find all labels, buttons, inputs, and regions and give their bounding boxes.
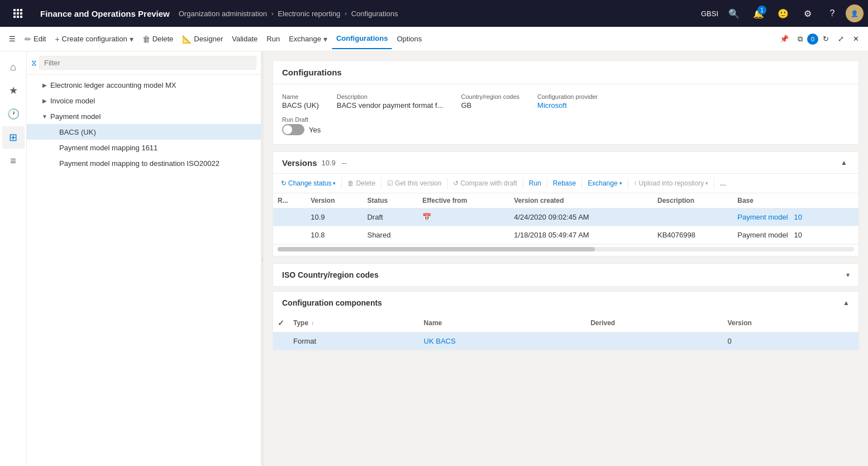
cell-r-108	[273, 226, 306, 244]
main-layout: ⌂ ★ 🕐 ⊞ ≡ ⧖ ▶ Electronic ledger accounti…	[0, 51, 868, 466]
sidebar-list-icon[interactable]: ≡	[2, 150, 25, 172]
provider-link[interactable]: Microsoft	[537, 101, 598, 110]
expand-bacs-icon	[49, 127, 58, 136]
close-icon[interactable]: ✕	[848, 29, 864, 49]
search-nav-icon[interactable]: 🔍	[723, 2, 745, 25]
more-button[interactable]: ...	[717, 177, 729, 189]
versions-delete-button[interactable]: 🗑 Delete	[344, 177, 379, 189]
type-sort-icon[interactable]: ↑	[311, 321, 314, 326]
sidebar-recent-icon[interactable]: 🕐	[2, 103, 25, 125]
tree-filter-area: ⧖	[27, 51, 261, 75]
sidebar-grid-icon[interactable]: ⊞	[2, 126, 25, 149]
help-icon[interactable]: ?	[821, 2, 843, 25]
versions-run-button[interactable]: Run	[526, 177, 545, 189]
comp-name-link[interactable]: UK BACS	[424, 337, 456, 345]
smiley-icon[interactable]: 🙂	[772, 2, 794, 25]
toggle-thumb	[283, 125, 292, 134]
expand-icon[interactable]: ⤢	[833, 29, 848, 49]
change-status-button[interactable]: ↻ Change status ▾	[278, 177, 339, 189]
tree-item-invoice[interactable]: ▶ Invoice model	[27, 93, 261, 108]
tree-item-mapping1611[interactable]: Payment model mapping 1611	[27, 140, 261, 155]
cell-created-108: 1/18/2018 05:49:47 AM	[509, 226, 653, 244]
breadcrumb-item-org[interactable]: Organization administration	[179, 9, 267, 18]
versions-delete-icon: 🗑	[347, 179, 354, 187]
upload-chevron-icon: ▾	[705, 180, 708, 186]
cell-r-109	[273, 208, 306, 226]
iso-collapse-chevron-icon: ▾	[846, 271, 850, 279]
run-draft-row: Run Draft Yes	[282, 116, 850, 135]
comp-col-name: Name	[419, 314, 586, 332]
run-draft-label: Run Draft	[282, 116, 321, 123]
versions-exchange-button[interactable]: Exchange ▾	[584, 177, 625, 189]
config-components-header[interactable]: Configuration components ▲	[273, 292, 859, 314]
base-version-link-109[interactable]: 10	[794, 213, 802, 221]
cell-effective-109: 📅	[418, 208, 509, 226]
base-link-109[interactable]: Payment model	[737, 213, 788, 221]
breadcrumb-item-config[interactable]: Configurations	[351, 9, 398, 18]
options-button[interactable]: Options	[392, 29, 426, 49]
notification-icon[interactable]: 🔔 1	[747, 2, 770, 25]
sidebar-home-icon[interactable]: ⌂	[2, 56, 25, 78]
vtb-sep-3	[447, 178, 447, 189]
svg-rect-1	[17, 9, 19, 11]
breadcrumb-item-er[interactable]: Electronic reporting	[278, 9, 340, 18]
version-row-109[interactable]: 10.9 Draft 📅 4/24/2020 09:02:45 AM Payme…	[273, 208, 859, 226]
run-draft-toggle[interactable]	[282, 124, 304, 135]
designer-button[interactable]: 📐 Designer	[178, 29, 227, 49]
toggle-container: Yes	[282, 124, 321, 135]
hscroll-area	[273, 244, 859, 256]
settings-icon[interactable]: ⚙	[797, 2, 819, 25]
tree-item-payment[interactable]: ▼ Payment model	[27, 108, 261, 124]
validate-button[interactable]: Validate	[227, 29, 262, 49]
expand-payment-icon: ▼	[40, 112, 49, 121]
delete-button[interactable]: 🗑 Delete	[138, 29, 178, 49]
detail-inner: Configurations Name BACS (UK) Descriptio…	[264, 51, 868, 364]
badge-0-button[interactable]: 0	[807, 34, 818, 45]
cell-base-108: Payment model 10	[733, 226, 859, 244]
cell-base-109: Payment model 10	[733, 208, 859, 226]
expand-invoice-icon: ▶	[40, 96, 49, 105]
pin-icon[interactable]: 📌	[775, 29, 793, 49]
svg-rect-2	[20, 9, 22, 11]
description-label: Description	[337, 93, 443, 100]
run-button[interactable]: Run	[262, 29, 284, 49]
comp-cell-type: Format	[289, 332, 419, 350]
tree-item-elam[interactable]: ▶ Electronic ledger accounting model MX	[27, 77, 261, 93]
edit-button[interactable]: ✏ Edit	[20, 29, 50, 49]
versions-collapse-icon[interactable]: ▲	[838, 156, 850, 169]
configurations-tab-button[interactable]: Configurations	[332, 29, 392, 49]
iso-collapse-header[interactable]: ISO Country/region codes ▾	[273, 264, 859, 286]
version-row-108[interactable]: 10.8 Shared 1/18/2018 05:49:47 AM KB4076…	[273, 226, 859, 244]
hamburger-icon: ☰	[9, 35, 16, 43]
waffle-menu-icon[interactable]	[4, 0, 31, 27]
exchange-button[interactable]: Exchange ▾	[284, 29, 332, 49]
cell-status-108: Shared	[363, 226, 418, 244]
rebase-button[interactable]: Rebase	[550, 177, 579, 189]
edit-icon: ✏	[25, 35, 31, 44]
svg-rect-0	[13, 9, 16, 11]
config-components-section: Configuration components ▲ ✓ Type ↑	[273, 291, 859, 351]
col-base: Base	[733, 193, 859, 208]
app-title: Finance and Operations Preview	[31, 9, 179, 18]
filter-input[interactable]	[39, 56, 256, 70]
description-value: BACS vendor payment format f...	[337, 101, 443, 110]
user-avatar[interactable]: 👤	[846, 4, 864, 22]
hscroll-thumb[interactable]	[278, 247, 595, 251]
exchange-chevron-icon: ▾	[323, 35, 327, 44]
split-view-icon[interactable]: ⧉	[793, 29, 807, 49]
tree-item-bacs[interactable]: BACS (UK)	[27, 124, 261, 140]
create-config-chevron-icon: ▾	[130, 35, 133, 44]
upload-repository-button[interactable]: ↑ Upload into repository ▾	[631, 177, 712, 189]
get-this-version-button[interactable]: ☑ Get this version	[384, 177, 445, 189]
compare-draft-button[interactable]: ↺ Compare with draft	[450, 177, 520, 189]
refresh-icon[interactable]: ↻	[818, 29, 833, 49]
create-configuration-button[interactable]: + Create configuration ▾	[50, 29, 137, 49]
tree-item-mappingiso[interactable]: Payment model mapping to destination ISO…	[27, 155, 261, 171]
hscroll-track[interactable]	[278, 247, 854, 251]
expand-mappingiso-icon	[49, 159, 58, 168]
sidebar-star-icon[interactable]: ★	[2, 79, 25, 102]
designer-icon: 📐	[182, 35, 192, 44]
calendar-icon[interactable]: 📅	[422, 213, 431, 221]
hamburger-menu-button[interactable]: ☰	[4, 29, 20, 49]
comp-row-ukbacs[interactable]: Format UK BACS 0	[273, 332, 859, 350]
